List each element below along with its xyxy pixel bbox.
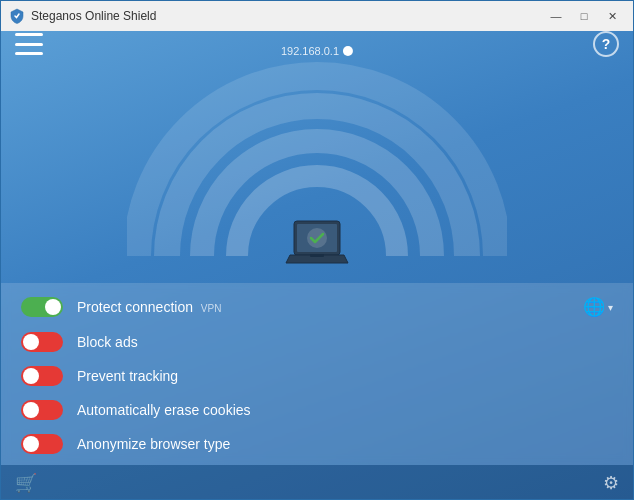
hamburger-menu[interactable]	[15, 33, 43, 55]
main-content: 192.168.0.1 ?	[1, 31, 633, 499]
help-button[interactable]: ?	[593, 31, 619, 57]
maximize-button[interactable]: □	[571, 6, 597, 26]
toggle-protect-connection[interactable]	[21, 297, 63, 317]
globe-icon: 🌐	[583, 296, 605, 318]
label-protect-connection: Protect connection VPN	[77, 299, 569, 315]
title-bar: Steganos Online Shield — □ ✕	[1, 1, 633, 31]
chevron-down-icon: ▾	[608, 302, 613, 313]
toggle-anonymize-browser[interactable]	[21, 434, 63, 454]
hamburger-line-2	[15, 43, 43, 46]
toggle-erase-cookies[interactable]	[21, 400, 63, 420]
main-window: Steganos Online Shield — □ ✕ 192.168.0.1…	[0, 0, 634, 500]
settings-panel: Protect connection VPN 🌐 ▾ Block ads	[1, 283, 633, 465]
setting-row-block-ads: Block ads	[1, 325, 633, 359]
label-anonymize-browser: Anonymize browser type	[77, 436, 613, 452]
toggle-knob-anonymize-browser	[23, 436, 39, 452]
toggle-knob-prevent-tracking	[23, 368, 39, 384]
settings-gear-icon[interactable]: ⚙	[603, 472, 619, 494]
label-erase-cookies: Automatically erase cookies	[77, 402, 613, 418]
bottom-bar: 🛒 ⚙	[1, 465, 633, 499]
ip-address-text: 192.168.0.1	[281, 45, 339, 57]
ip-address-display: 192.168.0.1	[281, 45, 353, 57]
setting-row-protect-connection: Protect connection VPN 🌐 ▾	[1, 289, 633, 325]
ip-indicator-dot	[343, 46, 353, 56]
hamburger-line-1	[15, 33, 43, 36]
title-bar-left: Steganos Online Shield	[9, 8, 156, 24]
setting-row-prevent-tracking: Prevent tracking	[1, 359, 633, 393]
label-block-ads: Block ads	[77, 334, 613, 350]
app-icon	[9, 8, 25, 24]
laptop-shield-icon	[282, 217, 352, 275]
setting-row-erase-cookies: Automatically erase cookies	[1, 393, 633, 427]
toggle-knob-protect-connection	[45, 299, 61, 315]
shield-area	[1, 217, 633, 283]
cart-icon[interactable]: 🛒	[15, 472, 37, 494]
hamburger-line-3	[15, 52, 43, 55]
globe-button[interactable]: 🌐 ▾	[583, 296, 613, 318]
toggle-knob-erase-cookies	[23, 402, 39, 418]
minimize-button[interactable]: —	[543, 6, 569, 26]
title-bar-controls: — □ ✕	[543, 6, 625, 26]
label-prevent-tracking: Prevent tracking	[77, 368, 613, 384]
close-button[interactable]: ✕	[599, 6, 625, 26]
setting-row-anonymize-browser: Anonymize browser type	[1, 427, 633, 461]
toggle-block-ads[interactable]	[21, 332, 63, 352]
svg-rect-3	[310, 254, 324, 257]
toggle-knob-block-ads	[23, 334, 39, 350]
app-title: Steganos Online Shield	[31, 9, 156, 23]
top-bar: 192.168.0.1 ?	[1, 31, 633, 57]
toggle-prevent-tracking[interactable]	[21, 366, 63, 386]
